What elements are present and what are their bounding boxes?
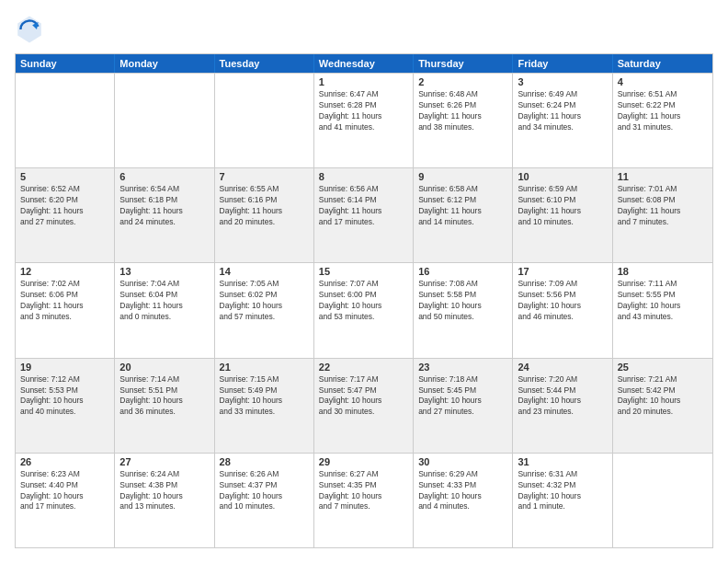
day-number: 12	[20, 266, 109, 277]
day-number: 18	[618, 266, 708, 277]
cal-cell-2-1: 5Sunrise: 6:52 AM Sunset: 6:20 PM Daylig…	[16, 168, 115, 262]
day-number: 28	[220, 456, 309, 467]
day-number: 23	[418, 362, 507, 373]
day-info: Sunrise: 7:14 AM Sunset: 5:51 PM Dayligh…	[119, 374, 209, 419]
cal-cell-4-6: 24Sunrise: 7:20 AM Sunset: 5:44 PM Dayli…	[513, 359, 612, 453]
cal-cell-2-4: 8Sunrise: 6:56 AM Sunset: 6:14 PM Daylig…	[314, 168, 414, 262]
day-info: Sunrise: 7:20 AM Sunset: 5:44 PM Dayligh…	[518, 374, 607, 419]
cal-cell-3-6: 17Sunrise: 7:09 AM Sunset: 5:56 PM Dayli…	[513, 263, 612, 357]
day-info: Sunrise: 6:56 AM Sunset: 6:14 PM Dayligh…	[319, 184, 408, 228]
cal-cell-1-1	[16, 74, 115, 167]
cal-cell-3-5: 16Sunrise: 7:08 AM Sunset: 5:58 PM Dayli…	[414, 263, 513, 357]
cal-header-wednesday: Wednesday	[314, 54, 414, 73]
day-info: Sunrise: 7:04 AM Sunset: 6:04 PM Dayligh…	[119, 279, 209, 323]
cal-cell-5-5: 30Sunrise: 6:29 AM Sunset: 4:33 PM Dayli…	[414, 454, 513, 547]
day-number: 29	[319, 456, 408, 467]
day-number: 31	[518, 456, 607, 467]
day-number: 2	[418, 76, 507, 87]
day-info: Sunrise: 6:49 AM Sunset: 6:24 PM Dayligh…	[518, 89, 607, 133]
day-number: 4	[618, 76, 708, 87]
cal-week-2: 5Sunrise: 6:52 AM Sunset: 6:20 PM Daylig…	[16, 167, 712, 262]
cal-cell-3-3: 14Sunrise: 7:05 AM Sunset: 6:02 PM Dayli…	[215, 263, 314, 357]
day-number: 17	[518, 266, 607, 277]
day-info: Sunrise: 6:26 AM Sunset: 4:37 PM Dayligh…	[220, 469, 309, 513]
day-info: Sunrise: 7:12 AM Sunset: 5:53 PM Dayligh…	[20, 374, 109, 419]
day-info: Sunrise: 7:15 AM Sunset: 5:49 PM Dayligh…	[220, 374, 309, 419]
cal-header-sunday: Sunday	[16, 54, 115, 73]
cal-header-thursday: Thursday	[414, 54, 513, 73]
day-number: 15	[319, 266, 408, 277]
day-info: Sunrise: 6:59 AM Sunset: 6:10 PM Dayligh…	[518, 184, 607, 228]
day-info: Sunrise: 7:21 AM Sunset: 5:42 PM Dayligh…	[618, 374, 708, 419]
day-number: 24	[518, 362, 607, 373]
cal-cell-4-2: 20Sunrise: 7:14 AM Sunset: 5:51 PM Dayli…	[115, 359, 214, 453]
day-info: Sunrise: 6:23 AM Sunset: 4:40 PM Dayligh…	[20, 469, 109, 513]
cal-cell-3-7: 18Sunrise: 7:11 AM Sunset: 5:55 PM Dayli…	[613, 263, 712, 357]
cal-cell-5-2: 27Sunrise: 6:24 AM Sunset: 4:38 PM Dayli…	[115, 454, 214, 547]
day-number: 14	[220, 266, 309, 277]
day-number: 22	[319, 362, 408, 373]
cal-week-3: 12Sunrise: 7:02 AM Sunset: 6:06 PM Dayli…	[16, 262, 712, 357]
cal-cell-5-6: 31Sunrise: 6:31 AM Sunset: 4:32 PM Dayli…	[513, 454, 612, 547]
day-info: Sunrise: 7:09 AM Sunset: 5:56 PM Dayligh…	[518, 279, 607, 323]
cal-cell-1-4: 1Sunrise: 6:47 AM Sunset: 6:28 PM Daylig…	[314, 74, 414, 167]
cal-cell-1-6: 3Sunrise: 6:49 AM Sunset: 6:24 PM Daylig…	[513, 74, 612, 167]
cal-cell-2-5: 9Sunrise: 6:58 AM Sunset: 6:12 PM Daylig…	[414, 168, 513, 262]
calendar-header-row: SundayMondayTuesdayWednesdayThursdayFrid…	[16, 54, 712, 73]
day-info: Sunrise: 6:55 AM Sunset: 6:16 PM Dayligh…	[220, 184, 309, 228]
day-number: 20	[119, 362, 209, 373]
cal-cell-1-5: 2Sunrise: 6:48 AM Sunset: 6:26 PM Daylig…	[414, 74, 513, 167]
day-info: Sunrise: 6:54 AM Sunset: 6:18 PM Dayligh…	[119, 184, 209, 228]
cal-header-monday: Monday	[115, 54, 214, 73]
day-info: Sunrise: 7:08 AM Sunset: 5:58 PM Dayligh…	[418, 279, 507, 323]
cal-week-1: 1Sunrise: 6:47 AM Sunset: 6:28 PM Daylig…	[16, 73, 712, 167]
logo-icon	[15, 15, 44, 44]
day-info: Sunrise: 7:05 AM Sunset: 6:02 PM Dayligh…	[220, 279, 309, 323]
day-info: Sunrise: 7:01 AM Sunset: 6:08 PM Dayligh…	[618, 184, 708, 228]
cal-cell-5-4: 29Sunrise: 6:27 AM Sunset: 4:35 PM Dayli…	[314, 454, 414, 547]
calendar: SundayMondayTuesdayWednesdayThursdayFrid…	[15, 53, 713, 548]
cal-cell-2-7: 11Sunrise: 7:01 AM Sunset: 6:08 PM Dayli…	[613, 168, 712, 262]
cal-cell-5-1: 26Sunrise: 6:23 AM Sunset: 4:40 PM Dayli…	[16, 454, 115, 547]
day-number: 25	[618, 362, 708, 373]
day-info: Sunrise: 6:58 AM Sunset: 6:12 PM Dayligh…	[418, 184, 507, 228]
cal-cell-1-2	[115, 74, 214, 167]
day-number: 13	[119, 266, 209, 277]
day-number: 30	[418, 456, 507, 467]
day-number: 7	[220, 171, 309, 182]
day-info: Sunrise: 6:31 AM Sunset: 4:32 PM Dayligh…	[518, 469, 607, 513]
cal-cell-4-7: 25Sunrise: 7:21 AM Sunset: 5:42 PM Dayli…	[613, 359, 712, 453]
day-number: 1	[319, 76, 408, 87]
cal-cell-4-5: 23Sunrise: 7:18 AM Sunset: 5:45 PM Dayli…	[414, 359, 513, 453]
day-info: Sunrise: 6:51 AM Sunset: 6:22 PM Dayligh…	[618, 89, 708, 133]
logo	[15, 15, 48, 44]
day-info: Sunrise: 6:48 AM Sunset: 6:26 PM Dayligh…	[418, 89, 507, 133]
cal-cell-3-1: 12Sunrise: 7:02 AM Sunset: 6:06 PM Dayli…	[16, 263, 115, 357]
cal-cell-4-1: 19Sunrise: 7:12 AM Sunset: 5:53 PM Dayli…	[16, 359, 115, 453]
day-info: Sunrise: 7:11 AM Sunset: 5:55 PM Dayligh…	[618, 279, 708, 323]
day-info: Sunrise: 7:07 AM Sunset: 6:00 PM Dayligh…	[319, 279, 408, 323]
day-info: Sunrise: 7:18 AM Sunset: 5:45 PM Dayligh…	[418, 374, 507, 419]
cal-cell-3-4: 15Sunrise: 7:07 AM Sunset: 6:00 PM Dayli…	[314, 263, 414, 357]
day-number: 21	[220, 362, 309, 373]
cal-header-saturday: Saturday	[613, 54, 712, 73]
day-number: 8	[319, 171, 408, 182]
day-info: Sunrise: 6:29 AM Sunset: 4:33 PM Dayligh…	[418, 469, 507, 513]
header	[15, 15, 713, 44]
day-info: Sunrise: 6:52 AM Sunset: 6:20 PM Dayligh…	[20, 184, 109, 228]
cal-cell-4-4: 22Sunrise: 7:17 AM Sunset: 5:47 PM Dayli…	[314, 359, 414, 453]
day-number: 6	[119, 171, 209, 182]
cal-header-tuesday: Tuesday	[215, 54, 314, 73]
day-info: Sunrise: 6:27 AM Sunset: 4:35 PM Dayligh…	[319, 469, 408, 513]
day-number: 27	[119, 456, 209, 467]
cal-cell-4-3: 21Sunrise: 7:15 AM Sunset: 5:49 PM Dayli…	[215, 359, 314, 453]
cal-week-5: 26Sunrise: 6:23 AM Sunset: 4:40 PM Dayli…	[16, 453, 712, 547]
cal-cell-5-3: 28Sunrise: 6:26 AM Sunset: 4:37 PM Dayli…	[215, 454, 314, 547]
day-number: 19	[20, 362, 109, 373]
day-number: 3	[518, 76, 607, 87]
cal-cell-2-3: 7Sunrise: 6:55 AM Sunset: 6:16 PM Daylig…	[215, 168, 314, 262]
cal-header-friday: Friday	[513, 54, 612, 73]
calendar-body: 1Sunrise: 6:47 AM Sunset: 6:28 PM Daylig…	[16, 73, 712, 547]
day-number: 26	[20, 456, 109, 467]
day-info: Sunrise: 7:17 AM Sunset: 5:47 PM Dayligh…	[319, 374, 408, 419]
